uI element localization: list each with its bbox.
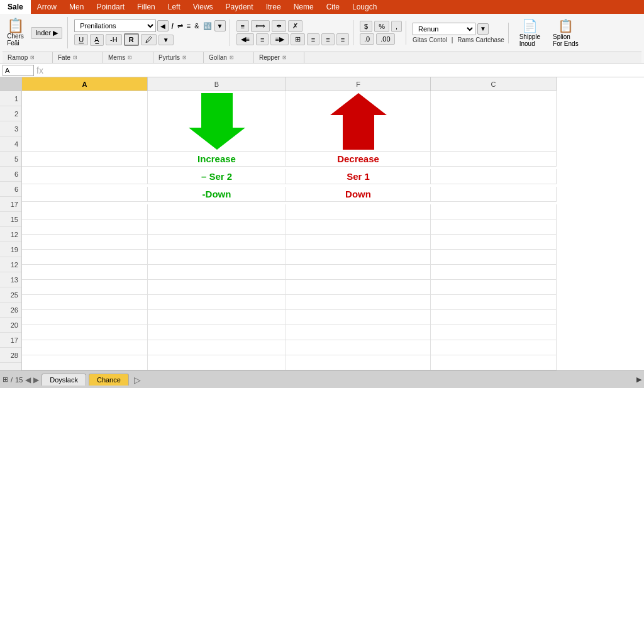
- menu-item-itree[interactable]: Itree: [260, 0, 287, 14]
- menu-item-neme[interactable]: Neme: [287, 0, 320, 14]
- wrap-text-btn[interactable]: ✗: [288, 20, 303, 32]
- italic-button[interactable]: I: [170, 21, 175, 31]
- underline-btn[interactable]: U: [74, 34, 88, 45]
- row-26: 26: [0, 303, 21, 318]
- align-mid-btn[interactable]: ⟺: [251, 20, 270, 32]
- cell-b5[interactable]: Increase: [148, 152, 286, 167]
- format-button[interactable]: 🔣: [202, 22, 213, 30]
- menu-item-men[interactable]: Men: [63, 0, 90, 14]
- style-dropdown-btn[interactable]: ▼: [477, 23, 489, 35]
- left-btn[interactable]: ◀≡: [236, 33, 254, 45]
- shipple-inoud-button[interactable]: 📄 ShippleInoud: [515, 16, 545, 49]
- repper-label[interactable]: Repper ⊡: [254, 52, 304, 63]
- ramop-label[interactable]: Ramop ⊡: [3, 52, 53, 63]
- cell-c6a[interactable]: [431, 169, 557, 184]
- menu-item-lougch[interactable]: Lougch: [346, 0, 383, 14]
- align-left-button[interactable]: ≡: [186, 22, 192, 30]
- gollan-labels: Gitas Contol | Rams Cartchase: [413, 36, 504, 43]
- row-13: 13: [0, 272, 21, 287]
- menu-item-paydent[interactable]: Paydent: [219, 0, 260, 14]
- center-btn[interactable]: ≡: [256, 33, 269, 45]
- formula-input[interactable]: [46, 67, 641, 74]
- dropdown-arrow[interactable]: ▼: [214, 20, 226, 31]
- cell-a6a[interactable]: [22, 169, 148, 184]
- col-header-b[interactable]: B: [148, 77, 286, 91]
- bold-r-btn[interactable]: R: [124, 33, 139, 46]
- indent-btn[interactable]: ≡: [307, 33, 319, 45]
- col-header-c[interactable]: C: [431, 77, 557, 91]
- inder-button[interactable]: Inder ▶: [31, 27, 62, 39]
- cell-f-arrow[interactable]: [286, 91, 431, 152]
- red-up-arrow-svg: [330, 93, 387, 150]
- row-6b: 6: [0, 182, 21, 197]
- cell-f5[interactable]: Decrease: [286, 152, 431, 167]
- repper-group: 📄 ShippleInoud 📋 SplionFor Ends: [511, 16, 587, 49]
- sheet-tab-doyslack[interactable]: Doyslack: [42, 374, 86, 386]
- currency-btn[interactable]: $: [360, 21, 372, 32]
- indent3-btn[interactable]: ≡: [336, 33, 349, 45]
- add-sheet-btn[interactable]: ▷: [134, 375, 141, 385]
- tab-prev-arrow[interactable]: ◀: [25, 375, 31, 384]
- menu-item-poindart[interactable]: Poindart: [90, 0, 131, 14]
- splion-button[interactable]: 📋 SplionFor Ends: [548, 16, 583, 49]
- col-header-f[interactable]: F: [286, 77, 431, 91]
- strikethrough-btn[interactable]: -H: [106, 34, 122, 45]
- percent-btn[interactable]: %: [374, 21, 389, 32]
- mems-label[interactable]: Mems ⊡: [103, 52, 153, 63]
- tab-next-arrow[interactable]: ▶: [33, 375, 39, 384]
- cell-b6a[interactable]: – Ser 2: [148, 169, 286, 184]
- cell-b6b[interactable]: -Down: [148, 187, 286, 202]
- status-right: ▶: [636, 375, 641, 384]
- font-size-decrease[interactable]: ◀: [157, 20, 169, 31]
- align-bottom-btn[interactable]: ≑: [272, 20, 286, 32]
- cell-a6b[interactable]: [22, 187, 148, 202]
- row-25: 25: [0, 287, 21, 303]
- font-name-dropdown[interactable]: Prenilations: [74, 19, 156, 32]
- grid-content[interactable]: Increase Decrease – Ser 2 Ser 1 -Down Do…: [22, 91, 644, 370]
- cell-c6b[interactable]: [431, 187, 557, 202]
- cell-a5[interactable]: [22, 152, 148, 167]
- menu-item-left[interactable]: Left: [162, 0, 187, 14]
- ampersand-button[interactable]: &: [193, 22, 200, 30]
- cell-b-17[interactable]: [148, 204, 286, 219]
- name-box[interactable]: [3, 65, 34, 76]
- cell-f6b[interactable]: Down: [286, 187, 431, 202]
- menu-tab-sale[interactable]: Sale: [0, 0, 31, 14]
- chers-button[interactable]: 📋 ChersFeäi: [3, 17, 28, 48]
- font-color-btn[interactable]: 🖊: [141, 34, 157, 45]
- cell-a-arrows[interactable]: [22, 91, 148, 152]
- cell-c5[interactable]: [431, 152, 557, 167]
- row-17: 17: [0, 197, 21, 212]
- cell-c-17[interactable]: [431, 204, 557, 219]
- row-13-cells: [22, 280, 644, 295]
- menu-item-cite[interactable]: Cite: [320, 0, 346, 14]
- align-top-btn[interactable]: ≡: [236, 20, 249, 32]
- decimal-dec-btn[interactable]: .00: [376, 33, 394, 45]
- highlight-btn[interactable]: ▼: [158, 35, 174, 45]
- menu-item-views[interactable]: Views: [187, 0, 219, 14]
- menu-item-arrow[interactable]: Arrow: [31, 0, 63, 14]
- style-dropdown[interactable]: Renun: [413, 23, 475, 35]
- menu-item-fillen[interactable]: Fillen: [131, 0, 162, 14]
- scroll-right-btn[interactable]: ▶: [636, 375, 641, 384]
- cell-b-arrow[interactable]: [148, 91, 286, 152]
- decimal-inc-btn[interactable]: .0: [360, 33, 374, 45]
- cell-a-17[interactable]: [22, 204, 148, 219]
- indent2-btn[interactable]: ≡: [321, 33, 334, 45]
- status-left: ⊞ / 15 ◀ ▶: [3, 375, 39, 384]
- row-3: 3: [0, 121, 21, 136]
- right-btn[interactable]: ≡▶: [270, 33, 288, 45]
- fate-label[interactable]: Fate ⊡: [53, 52, 103, 63]
- sheet-tab-chance[interactable]: Chance: [89, 374, 129, 386]
- font-style-btn[interactable]: A̲: [90, 34, 104, 46]
- status-num: 15: [15, 376, 23, 384]
- gollan-label[interactable]: Gollan ⊡: [204, 52, 254, 63]
- exchange-button[interactable]: ⇌: [176, 22, 184, 30]
- pyrturls-label[interactable]: Pyrturls ⊡: [153, 52, 204, 63]
- col-header-a[interactable]: A: [22, 77, 148, 91]
- cell-c-arrows[interactable]: [431, 91, 557, 152]
- comma-btn[interactable]: ,: [391, 21, 402, 32]
- merge-btn[interactable]: ⊞: [291, 33, 305, 45]
- cell-f6a[interactable]: Ser 1: [286, 169, 431, 184]
- cell-f-17[interactable]: [286, 204, 431, 219]
